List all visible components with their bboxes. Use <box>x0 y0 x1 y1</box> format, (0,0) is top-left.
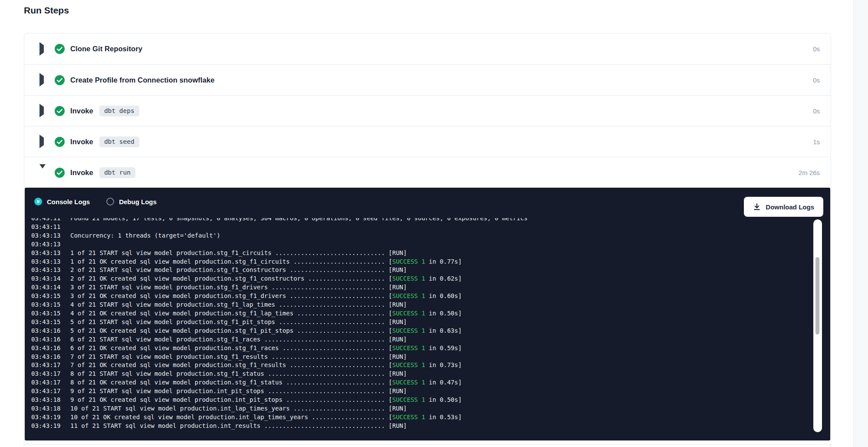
log-message: 9 of 21 OK created sql view model produc… <box>70 396 392 404</box>
success-check-icon <box>55 44 65 54</box>
download-logs-button[interactable]: Download Logs <box>744 197 823 217</box>
chevron-right-icon[interactable] <box>39 107 45 115</box>
log-timestamp: 03:43:18 <box>31 404 70 413</box>
log-timestamp: 03:43:16 <box>31 353 70 361</box>
console-log-panel: Console Logs Debug Logs Download Logs 03… <box>25 188 830 440</box>
log-timestamp: 03:43:14 <box>31 283 70 292</box>
step-duration: 2m 26s <box>799 169 820 176</box>
step-title: Invoke <box>70 169 93 177</box>
step-row-create-profile[interactable]: Create Profile from Connection snowflake… <box>24 64 831 95</box>
log-message: 7 of 21 START sql view model production.… <box>70 353 407 361</box>
log-message: 7 of 21 OK created sql view model produc… <box>70 361 392 370</box>
log-line: 03:43:1810 of 21 START sql view model pr… <box>31 404 825 413</box>
step-title: Clone Git Repository <box>70 45 142 53</box>
log-timestamp: 03:43:16 <box>31 327 70 335</box>
download-logs-label: Download Logs <box>766 203 814 211</box>
console-logs-radio[interactable]: Console Logs <box>34 198 90 205</box>
log-line: 03:43:154 of 21 START sql view model pro… <box>31 301 825 309</box>
log-timestamp: 03:43:13 <box>31 240 70 249</box>
log-line: 03:43:11Found 21 models, 17 tests, 0 sna… <box>31 218 825 223</box>
log-message: 2 of 21 START sql view model production.… <box>70 266 407 275</box>
log-line: 03:43:189 of 21 OK created sql view mode… <box>31 396 825 404</box>
log-message: 2 of 21 OK created sql view model produc… <box>70 275 392 283</box>
log-message: in 0.63s] <box>425 327 462 335</box>
log-timestamp: 03:43:17 <box>31 378 70 387</box>
chevron-down-icon[interactable] <box>39 169 45 176</box>
log-success-text: SUCCESS 1 <box>392 396 425 404</box>
log-line: 03:43:165 of 21 OK created sql view mode… <box>31 327 825 335</box>
chevron-right-icon[interactable] <box>39 76 45 84</box>
log-timestamp: 03:43:16 <box>31 335 70 344</box>
log-message: in 0.50s] <box>425 309 462 318</box>
step-row-invoke-dbt-deps[interactable]: Invoke dbt deps 0s <box>24 95 831 126</box>
card-tail-spacer <box>24 440 831 444</box>
log-timestamp: 03:43:17 <box>31 370 70 378</box>
log-line: 03:43:131 of 21 START sql view model pro… <box>31 249 825 258</box>
log-line: 03:43:177 of 21 OK created sql view mode… <box>31 361 825 370</box>
chevron-right-icon[interactable] <box>39 45 45 53</box>
log-timestamp: 03:43:17 <box>31 361 70 370</box>
log-line: 03:43:131 of 21 OK created sql view mode… <box>31 258 825 266</box>
log-success-text: SUCCESS 1 <box>392 292 425 301</box>
command-badge: dbt seed <box>99 136 139 147</box>
log-message: in 0.50s] <box>425 396 462 404</box>
log-line: 03:43:13 <box>31 240 825 249</box>
step-row-clone-git-repository[interactable]: Clone Git Repository 0s <box>24 33 831 64</box>
radio-selected-icon[interactable] <box>34 198 42 205</box>
log-line: 03:43:179 of 21 START sql view model pro… <box>31 387 825 396</box>
step-title: Invoke <box>70 107 93 115</box>
log-line: 03:43:166 of 21 START sql view model pro… <box>31 335 825 344</box>
log-timestamp: 03:43:15 <box>31 301 70 309</box>
log-success-text: SUCCESS 1 <box>392 309 425 318</box>
step-row-invoke-dbt-run[interactable]: Invoke dbt run 2m 26s <box>24 157 831 188</box>
step-duration: 0s <box>813 76 820 84</box>
success-check-icon <box>55 168 65 178</box>
log-success-text: SUCCESS 1 <box>392 275 425 283</box>
log-message: 9 of 21 START sql view model production.… <box>70 387 407 396</box>
log-line: 03:43:155 of 21 START sql view model pro… <box>31 318 825 327</box>
log-message: 4 of 21 START sql view model production.… <box>70 301 407 309</box>
debug-logs-radio[interactable]: Debug Logs <box>106 198 157 205</box>
log-line: 03:43:178 of 21 START sql view model pro… <box>31 370 825 378</box>
log-timestamp: 03:43:17 <box>31 387 70 396</box>
log-message: 3 of 21 START sql view model production.… <box>70 283 407 292</box>
page-title: Run Steps <box>24 5 69 16</box>
log-timestamp: 03:43:13 <box>31 232 70 240</box>
log-message: in 0.62s] <box>425 275 462 283</box>
run-steps-card: Clone Git Repository 0s Create Profile f… <box>24 33 831 447</box>
log-message: 11 of 21 START sql view model production… <box>70 422 407 430</box>
log-timestamp: 03:43:14 <box>31 275 70 283</box>
log-timestamp: 03:43:16 <box>31 344 70 353</box>
log-message: 10 of 21 START sql view model production… <box>70 404 407 413</box>
log-message: in 0.77s] <box>425 258 462 266</box>
log-line: 03:43:142 of 21 OK created sql view mode… <box>31 275 825 283</box>
log-success-text: SUCCESS 1 <box>392 413 425 422</box>
log-message: 4 of 21 OK created sql view model produc… <box>70 309 392 318</box>
log-toolbar: Console Logs Debug Logs Download Logs <box>25 188 830 218</box>
log-message: 1 of 21 OK created sql view model produc… <box>70 258 392 266</box>
log-success-text: SUCCESS 1 <box>392 378 425 387</box>
log-line: 03:43:132 of 21 START sql view model pro… <box>31 266 825 275</box>
step-title: Create Profile from Connection snowflake <box>70 76 214 84</box>
success-check-icon <box>55 137 65 147</box>
log-scrollbar-track[interactable] <box>813 219 822 432</box>
step-row-invoke-dbt-seed[interactable]: Invoke dbt seed 1s <box>24 126 831 157</box>
log-line: 03:43:11 <box>31 223 825 232</box>
step-duration: 0s <box>813 107 820 115</box>
console-log-output[interactable]: 03:43:11Found 21 models, 17 tests, 0 sna… <box>31 218 825 436</box>
log-line: 03:43:167 of 21 START sql view model pro… <box>31 353 825 361</box>
log-timestamp: 03:43:19 <box>31 413 70 422</box>
log-message: Found 21 models, 17 tests, 0 snapshots, … <box>70 218 528 223</box>
chevron-right-icon[interactable] <box>39 138 45 146</box>
log-message: 8 of 21 OK created sql view model produc… <box>70 378 392 387</box>
log-message: 1 of 21 START sql view model production.… <box>70 249 407 258</box>
log-message: 5 of 21 OK created sql view model produc… <box>70 327 392 335</box>
log-scrollbar-thumb[interactable] <box>815 257 819 334</box>
log-line: 03:43:1911 of 21 START sql view model pr… <box>31 422 825 430</box>
download-icon <box>753 203 761 211</box>
log-line: 03:43:1910 of 21 OK created sql view mod… <box>31 413 825 422</box>
radio-unselected-icon[interactable] <box>106 198 114 205</box>
log-message: 10 of 21 OK created sql view model produ… <box>70 413 392 422</box>
step-title: Invoke <box>70 138 93 146</box>
command-badge: dbt run <box>99 167 135 178</box>
